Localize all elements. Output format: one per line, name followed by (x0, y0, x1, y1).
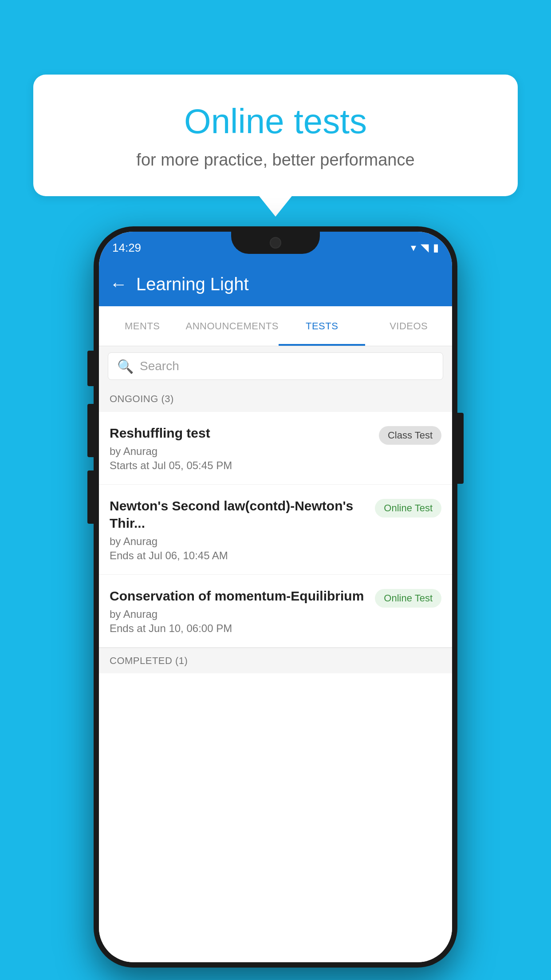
test-name-reshuffling: Reshuffling test (110, 424, 372, 442)
app-title: Learning Light (136, 274, 249, 294)
volume-up-button (87, 351, 94, 386)
speech-bubble-title: Online tests (51, 101, 500, 142)
search-icon: 🔍 (117, 359, 134, 374)
test-date-reshuffling: Starts at Jul 05, 05:45 PM (110, 459, 372, 472)
wifi-icon: ▾ (411, 241, 416, 254)
search-box[interactable]: 🔍 Search (108, 352, 443, 380)
test-author-conservation: by Anurag (110, 608, 368, 620)
phone-notch (231, 232, 320, 254)
signal-icon: ◥ (421, 241, 429, 254)
back-button[interactable]: ← (110, 274, 127, 294)
app-bar: ← Learning Light (99, 262, 452, 306)
status-icons: ▾ ◥ ▮ (411, 240, 439, 254)
test-list: Reshuffling test by Anurag Starts at Jul… (99, 412, 452, 962)
battery-icon: ▮ (433, 241, 439, 254)
test-name-conservation: Conservation of momentum-Equilibrium (110, 587, 368, 605)
tab-announcements[interactable]: ANNOUNCEMENTS (186, 306, 279, 346)
test-date-conservation: Ends at Jun 10, 06:00 PM (110, 622, 368, 635)
status-time: 14:29 (112, 239, 141, 255)
volume-down-button (87, 404, 94, 457)
test-author-newton: by Anurag (110, 535, 368, 548)
test-item-conservation[interactable]: Conservation of momentum-Equilibrium by … (99, 575, 452, 648)
completed-section-label: COMPLETED (1) (110, 655, 188, 667)
silent-button (87, 470, 94, 524)
tab-videos[interactable]: VIDEOS (365, 306, 452, 346)
phone-wrapper: 14:29 ▾ ◥ ▮ ← Learning Light MENTS (94, 226, 457, 968)
test-item-newton[interactable]: Newton's Second law(contd)-Newton's Thir… (99, 485, 452, 575)
tabs-bar: MENTS ANNOUNCEMENTS TESTS VIDEOS (99, 306, 452, 346)
power-button (457, 413, 464, 484)
test-item-reshuffling[interactable]: Reshuffling test by Anurag Starts at Jul… (99, 412, 452, 485)
test-info-newton: Newton's Second law(contd)-Newton's Thir… (110, 497, 368, 562)
speech-bubble-subtitle: for more practice, better performance (51, 150, 500, 170)
search-placeholder: Search (140, 359, 179, 373)
test-author-reshuffling: by Anurag (110, 445, 372, 458)
test-date-newton: Ends at Jul 06, 10:45 AM (110, 549, 368, 562)
speech-bubble: Online tests for more practice, better p… (33, 75, 518, 196)
test-info-conservation: Conservation of momentum-Equilibrium by … (110, 587, 368, 635)
tab-tests[interactable]: TESTS (279, 306, 366, 346)
camera-icon (270, 237, 281, 249)
test-badge-reshuffling: Class Test (379, 426, 441, 445)
phone-screen: 14:29 ▾ ◥ ▮ ← Learning Light MENTS (99, 232, 452, 962)
test-badge-conservation: Online Test (375, 589, 441, 608)
background: Online tests for more practice, better p… (0, 0, 551, 980)
phone-frame: 14:29 ▾ ◥ ▮ ← Learning Light MENTS (94, 226, 457, 968)
tab-ments[interactable]: MENTS (99, 306, 186, 346)
test-name-newton: Newton's Second law(contd)-Newton's Thir… (110, 497, 368, 532)
test-badge-newton: Online Test (375, 499, 441, 518)
ongoing-section-label: ONGOING (3) (110, 393, 174, 405)
ongoing-section-header: ONGOING (3) (99, 386, 452, 412)
test-info-reshuffling: Reshuffling test by Anurag Starts at Jul… (110, 424, 372, 472)
search-container: 🔍 Search (99, 346, 452, 386)
completed-section-header: COMPLETED (1) (99, 648, 452, 673)
